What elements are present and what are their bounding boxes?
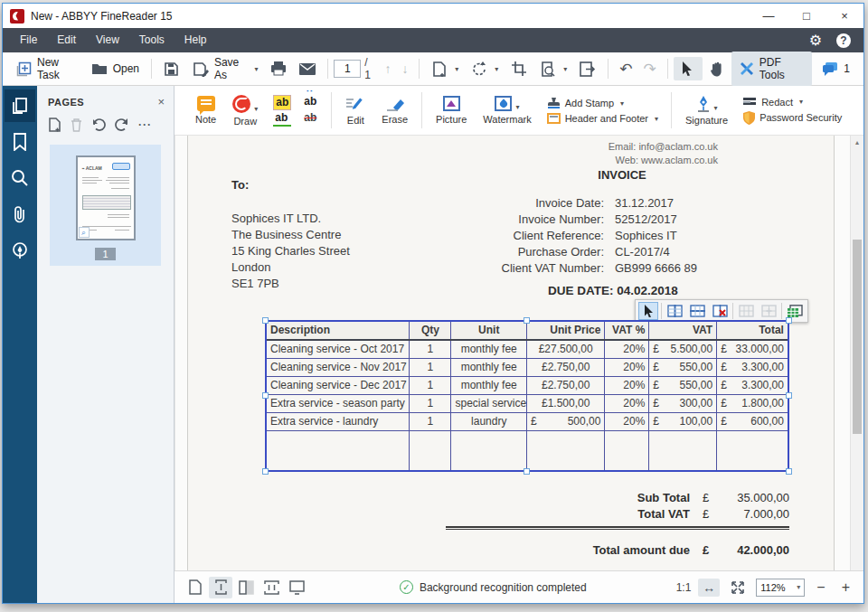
menu-view[interactable]: View <box>86 28 129 52</box>
table-cell: 1 <box>410 377 451 394</box>
vertical-scrollbar[interactable]: ▴ <box>850 136 863 570</box>
scrollbar-thumb[interactable] <box>853 240 862 434</box>
menu-tools[interactable]: Tools <box>129 28 175 52</box>
header-footer-button[interactable]: Header and Footer ▾ <box>547 113 658 124</box>
picture-button[interactable]: Picture <box>428 94 475 127</box>
select-tool-button[interactable] <box>674 57 703 80</box>
settings-gear-icon[interactable]: ⚙ <box>809 32 822 49</box>
actual-size-button[interactable]: 1:1 <box>676 581 692 594</box>
view-continuous-button[interactable] <box>209 577 232 598</box>
table-select-tool-button[interactable] <box>638 302 658 320</box>
password-security-button[interactable]: Password Security <box>743 111 842 125</box>
page-number-input[interactable] <box>334 60 361 78</box>
header-footer-caret-icon[interactable]: ▾ <box>655 115 658 123</box>
rotate-caret-icon[interactable]: ▾ <box>495 65 498 73</box>
strikethrough-button[interactable]: ab <box>302 111 318 127</box>
watermark-button[interactable]: ▾ Watermark <box>475 94 539 127</box>
fit-width-button[interactable]: ↔ <box>698 579 720 597</box>
split-columns-button[interactable] <box>665 302 684 320</box>
region-handle[interactable] <box>262 392 269 399</box>
fit-page-button[interactable] <box>727 579 749 596</box>
maximize-button[interactable]: □ <box>788 4 826 28</box>
view-single-page-button[interactable] <box>184 577 207 598</box>
pdf-tools-button[interactable]: PDF Tools <box>731 52 813 86</box>
rotate-right-icon[interactable] <box>115 118 129 132</box>
rail-search-button[interactable] <box>5 162 35 194</box>
add-pages-button[interactable]: ▾ <box>425 57 465 80</box>
pages-more-icon[interactable]: ··· <box>138 118 152 131</box>
scroll-up-icon[interactable]: ▴ <box>851 136 863 149</box>
signature-button[interactable]: ▾ Signature <box>677 93 736 127</box>
view-fullscreen-button[interactable] <box>285 577 308 598</box>
search-page-button[interactable]: ▾ <box>533 57 573 80</box>
email-button[interactable] <box>293 57 322 80</box>
next-page-button[interactable]: ↓ <box>396 60 413 78</box>
underline-button[interactable]: ab <box>273 111 291 127</box>
highlight-button[interactable]: ab <box>273 95 291 110</box>
delete-page-icon[interactable] <box>71 118 82 132</box>
crop-button[interactable] <box>505 57 533 80</box>
rail-pages-button[interactable] <box>5 89 35 122</box>
region-handle[interactable] <box>262 468 269 475</box>
save-as-caret-icon[interactable]: ▾ <box>254 65 258 73</box>
region-handle[interactable] <box>262 317 269 324</box>
page-thumbnail[interactable]: ⌁ ACLAM ⌕ <box>76 155 136 240</box>
close-button[interactable]: × <box>826 4 863 28</box>
erase-button[interactable]: Erase <box>373 94 416 127</box>
convert-button[interactable] <box>573 57 602 80</box>
rail-bookmarks-button[interactable] <box>5 126 35 158</box>
minimize-button[interactable]: — <box>750 4 788 28</box>
view-facing-button[interactable] <box>234 577 258 598</box>
add-pages-caret-icon[interactable]: ▾ <box>455 65 458 73</box>
search-page-caret-icon[interactable]: ▾ <box>563 65 567 73</box>
table-row: Cleaning service - Dec 20171monthly fee£… <box>267 377 788 395</box>
save-button[interactable] <box>157 57 186 80</box>
pages-panel-close-icon[interactable]: × <box>157 95 165 108</box>
add-stamp-caret-icon[interactable]: ▾ <box>620 99 624 108</box>
rail-signature-button[interactable] <box>5 234 35 267</box>
draw-button[interactable]: ▾ Draw <box>224 93 266 128</box>
region-handle[interactable] <box>786 468 792 475</box>
table-cell: £27.500,00 <box>527 341 605 358</box>
split-cells-button[interactable] <box>759 302 778 320</box>
menu-edit[interactable]: Edit <box>47 28 86 52</box>
help-icon[interactable]: ? <box>836 33 851 48</box>
menu-file[interactable]: File <box>10 28 47 52</box>
rotate-button[interactable]: ▾ <box>465 57 505 80</box>
zoom-select[interactable]: 112% ▾ <box>756 579 805 597</box>
merge-cells-button[interactable] <box>736 302 756 320</box>
menu-help[interactable]: Help <box>175 28 217 52</box>
redo-button[interactable]: ↷ <box>637 58 661 80</box>
delete-separator-button[interactable] <box>710 302 730 320</box>
invoice-table-region[interactable]: DescriptionQtyUnitUnit PriceVAT %VATTota… <box>265 320 789 472</box>
note-button[interactable]: Note <box>187 94 224 127</box>
watermark-caret-icon[interactable]: ▾ <box>515 103 519 111</box>
rail-attachments-button[interactable] <box>5 198 35 231</box>
hand-tool-button[interactable] <box>703 57 731 80</box>
region-handle[interactable] <box>786 317 792 324</box>
signature-caret-icon[interactable]: ▾ <box>714 104 718 112</box>
draw-caret-icon[interactable]: ▾ <box>254 105 258 113</box>
region-handle[interactable] <box>786 392 792 399</box>
zoom-out-button[interactable]: − <box>812 579 829 596</box>
view-facing-continuous-button[interactable] <box>259 577 283 598</box>
edit-button[interactable]: Edit <box>337 94 373 127</box>
region-handle[interactable] <box>524 468 530 475</box>
add-page-icon[interactable] <box>48 118 61 132</box>
add-stamp-button[interactable]: Add Stamp ▾ <box>547 97 658 109</box>
comments-button[interactable]: 1 <box>816 57 856 80</box>
print-button[interactable] <box>264 57 293 80</box>
zoom-in-button[interactable]: + <box>837 579 854 596</box>
split-rows-button[interactable] <box>687 302 707 320</box>
new-task-button[interactable]: New Task <box>10 52 85 85</box>
redact-caret-icon[interactable]: ▾ <box>799 98 803 106</box>
save-as-button[interactable]: Save As ▾ <box>186 52 264 85</box>
undo-button[interactable]: ↶ <box>614 58 637 80</box>
previous-page-button[interactable]: ↑ <box>379 60 396 78</box>
insert-text-button[interactable]: ab <box>302 95 318 110</box>
region-handle[interactable] <box>524 317 530 324</box>
open-button[interactable]: Open <box>85 57 146 80</box>
redact-button[interactable]: Redact ▾ <box>743 97 842 108</box>
rotate-left-icon[interactable] <box>91 118 106 132</box>
page-number-badge[interactable]: 1 <box>95 248 115 260</box>
